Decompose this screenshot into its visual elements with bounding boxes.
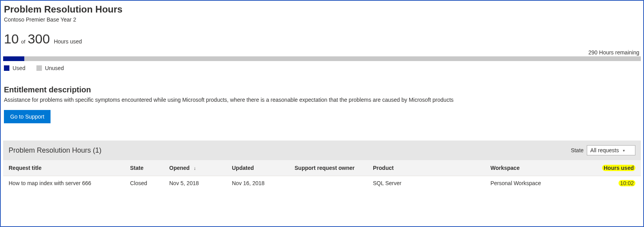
go-to-support-button[interactable]: Go to Support — [4, 110, 51, 123]
usage-of-label: of — [21, 39, 25, 45]
col-workspace[interactable]: Workspace — [485, 160, 579, 176]
table-header-bar: Problem Resolution Hours (1) State All r… — [3, 141, 641, 160]
col-product[interactable]: Product — [367, 160, 485, 176]
cell-updated: Nov 16, 2018 — [226, 176, 289, 191]
state-filter-label: State — [571, 147, 584, 153]
state-filter-select[interactable]: All requests ▾ — [587, 145, 635, 155]
hours-remaining-label: 290 Hours remaining — [3, 49, 641, 56]
cell-product: SQL Server — [367, 176, 485, 191]
table-title: Problem Resolution Hours (1) — [9, 146, 101, 155]
hours-total-value: 300 — [28, 32, 50, 45]
col-opened-label: Opened — [169, 165, 190, 171]
entitlement-title: Entitlement description — [4, 85, 641, 94]
col-owner[interactable]: Support request owner — [289, 160, 367, 176]
page-frame: Problem Resolution Hours Contoso Premier… — [0, 0, 644, 227]
state-filter: State All requests ▾ — [571, 145, 635, 155]
hours-used-label: Hours used — [54, 38, 82, 45]
col-updated[interactable]: Updated — [226, 160, 289, 176]
legend-used-label: Used — [13, 65, 25, 71]
page-subtitle: Contoso Premier Base Year 2 — [4, 16, 641, 23]
legend-unused: Unused — [36, 65, 64, 71]
col-request-title[interactable]: Request title — [3, 160, 125, 176]
sort-down-icon: ↓ — [194, 166, 196, 171]
swatch-unused-icon — [36, 65, 42, 71]
usage-progress-fill — [3, 56, 24, 61]
cell-owner — [289, 176, 367, 191]
requests-table-section: Problem Resolution Hours (1) State All r… — [3, 141, 641, 190]
col-opened[interactable]: Opened ↓ — [164, 160, 226, 176]
cell-state: Closed — [125, 176, 164, 191]
entitlement-description: Assistance for problems with specific sy… — [4, 97, 641, 103]
table-header-row: Request title State Opened ↓ Updated Sup… — [3, 160, 641, 176]
cell-hours-used: 10:02 — [579, 176, 641, 191]
legend-used: Used — [4, 65, 25, 71]
swatch-used-icon — [4, 65, 9, 71]
table-row[interactable]: How to map index with server 666 Closed … — [3, 176, 641, 191]
page-title: Problem Resolution Hours — [4, 4, 641, 15]
usage-summary: 10 of 300 Hours used — [4, 32, 641, 45]
col-state[interactable]: State — [125, 160, 164, 176]
usage-progress-bar — [3, 56, 641, 61]
col-hours-used[interactable]: Hours used — [579, 160, 641, 176]
hours-used-value: 10 — [4, 32, 19, 45]
cell-workspace: Personal Workspace — [485, 176, 579, 191]
usage-legend: Used Unused — [4, 65, 641, 71]
cell-request-title: How to map index with server 666 — [3, 176, 125, 191]
cell-hours-used-value: 10:02 — [619, 180, 635, 186]
cell-opened: Nov 5, 2018 — [164, 176, 226, 191]
chevron-down-icon: ▾ — [623, 148, 625, 153]
requests-table: Request title State Opened ↓ Updated Sup… — [3, 160, 641, 190]
col-hours-used-label: Hours used — [602, 165, 635, 171]
state-filter-value: All requests — [590, 147, 619, 153]
legend-unused-label: Unused — [45, 65, 64, 71]
